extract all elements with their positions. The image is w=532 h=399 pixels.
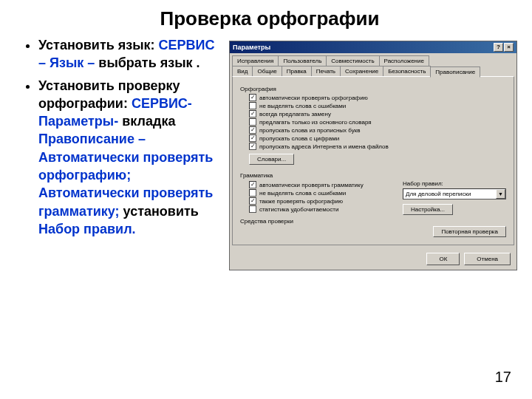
tabs-row-1: Исправления Пользователь Совместимость Р… bbox=[230, 53, 516, 66]
tab-spelling[interactable]: Правописание bbox=[430, 66, 480, 78]
gram-checkbox[interactable] bbox=[249, 181, 256, 188]
gram-option: автоматически проверять грамматику bbox=[249, 181, 388, 188]
orf-option: пропускать адреса Интернета и имена файл… bbox=[249, 143, 506, 150]
tab-general[interactable]: Общие bbox=[252, 66, 282, 77]
orf-option: не выделять слова с ошибками bbox=[249, 102, 506, 109]
tab-panel: Орфография автоматически проверять орфог… bbox=[232, 76, 514, 245]
orf-label: пропускать слова из прописных букв bbox=[259, 127, 360, 134]
chevron-down-icon[interactable]: ▼ bbox=[496, 189, 505, 199]
dialog-window: Параметры ? × Исправления Пользователь С… bbox=[229, 41, 517, 270]
ruleset-combo[interactable]: Для деловой переписки ▼ bbox=[403, 188, 506, 200]
bullet-2: Установить проверку орфографии: СЕРВИС-П… bbox=[38, 77, 220, 239]
ok-button[interactable]: ОК bbox=[426, 253, 460, 265]
text-blue: Набор правил. bbox=[38, 222, 136, 236]
window-title: Параметры bbox=[233, 44, 270, 51]
orf-checkbox[interactable] bbox=[249, 110, 256, 117]
group-orf-label: Орфография bbox=[240, 86, 506, 92]
orf-checkbox[interactable] bbox=[249, 94, 256, 101]
tab-compat[interactable]: Совместимость bbox=[326, 55, 379, 66]
orf-label: автоматически проверять орфографию bbox=[259, 95, 368, 101]
gram-option: также проверять орфографию bbox=[249, 197, 388, 205]
orf-label: пропускать слова с цифрами bbox=[259, 135, 339, 142]
ruleset-label: Набор правил: bbox=[403, 180, 506, 187]
orf-checkbox[interactable] bbox=[249, 102, 256, 109]
gram-checkbox[interactable] bbox=[249, 189, 256, 197]
orf-checkbox[interactable] bbox=[249, 143, 256, 150]
close-button[interactable]: × bbox=[504, 43, 514, 52]
orf-option: всегда предлагать замену bbox=[249, 110, 506, 117]
group-gram-label: Грамматика bbox=[240, 172, 506, 179]
page-number: 17 bbox=[495, 369, 511, 386]
gram-label: автоматически проверять грамматику bbox=[259, 182, 364, 188]
gram-checkbox[interactable] bbox=[249, 205, 256, 213]
bullet-list: Установить язык: СЕРВИС – Язык – выбрать… bbox=[22, 36, 220, 270]
gram-label: не выделять слова с ошибками bbox=[259, 190, 346, 197]
gram-label: также проверять орфографию bbox=[259, 198, 343, 205]
gram-label: статистика удобочитаемости bbox=[259, 206, 338, 213]
text: Установить язык: bbox=[38, 38, 159, 52]
group-tools-label: Средства проверки bbox=[240, 218, 506, 225]
orf-checkbox[interactable] bbox=[249, 134, 256, 142]
tab-security[interactable]: Безопасность bbox=[383, 66, 431, 77]
orf-option: предлагать только из основного словаря bbox=[249, 118, 506, 126]
orf-label: не выделять слова с ошибками bbox=[259, 103, 346, 109]
orf-checkbox[interactable] bbox=[249, 126, 256, 134]
orf-checkbox[interactable] bbox=[249, 118, 256, 126]
tab-save[interactable]: Сохранение bbox=[340, 66, 383, 77]
tabs-row-2: Вид Общие Правка Печать Сохранение Безоп… bbox=[230, 66, 516, 77]
cancel-button[interactable]: Отмена bbox=[464, 253, 511, 265]
bullet-1: Установить язык: СЕРВИС – Язык – выбрать… bbox=[38, 36, 220, 72]
tab-edit[interactable]: Правка bbox=[282, 66, 312, 77]
tab-user[interactable]: Пользователь bbox=[278, 55, 327, 66]
gram-option: статистика удобочитаемости bbox=[249, 205, 388, 213]
ruleset-value: Для деловой переписки bbox=[403, 191, 496, 197]
orf-label: пропускать адреса Интернета и имена файл… bbox=[259, 143, 389, 150]
text: выбрать язык . bbox=[98, 55, 200, 70]
settings-button[interactable]: Настройка... bbox=[403, 204, 453, 215]
orf-label: всегда предлагать замену bbox=[259, 111, 331, 117]
gram-option: не выделять слова с ошибками bbox=[249, 189, 388, 197]
text: вкладка bbox=[122, 114, 175, 129]
tab-print[interactable]: Печать bbox=[311, 66, 341, 77]
gram-checkbox[interactable] bbox=[249, 197, 256, 205]
dictionaries-button[interactable]: Словари... bbox=[249, 154, 294, 165]
dialog-footer: ОК Отмена bbox=[230, 248, 516, 270]
orf-option: пропускать слова с цифрами bbox=[249, 134, 506, 142]
help-button[interactable]: ? bbox=[494, 43, 503, 52]
orf-label: предлагать только из основного словаря bbox=[259, 119, 372, 126]
titlebar: Параметры ? × bbox=[230, 41, 516, 53]
orf-option: автоматически проверять орфографию bbox=[249, 94, 506, 101]
text: установить bbox=[123, 204, 199, 219]
page-title: Проверка орфографии bbox=[22, 7, 517, 30]
tab-view[interactable]: Вид bbox=[232, 66, 253, 77]
orf-option: пропускать слова из прописных букв bbox=[249, 126, 506, 134]
tab-corrections[interactable]: Исправления bbox=[232, 55, 279, 66]
tab-location[interactable]: Расположение bbox=[379, 55, 429, 66]
recheck-button[interactable]: Повторная проверка bbox=[433, 226, 506, 237]
